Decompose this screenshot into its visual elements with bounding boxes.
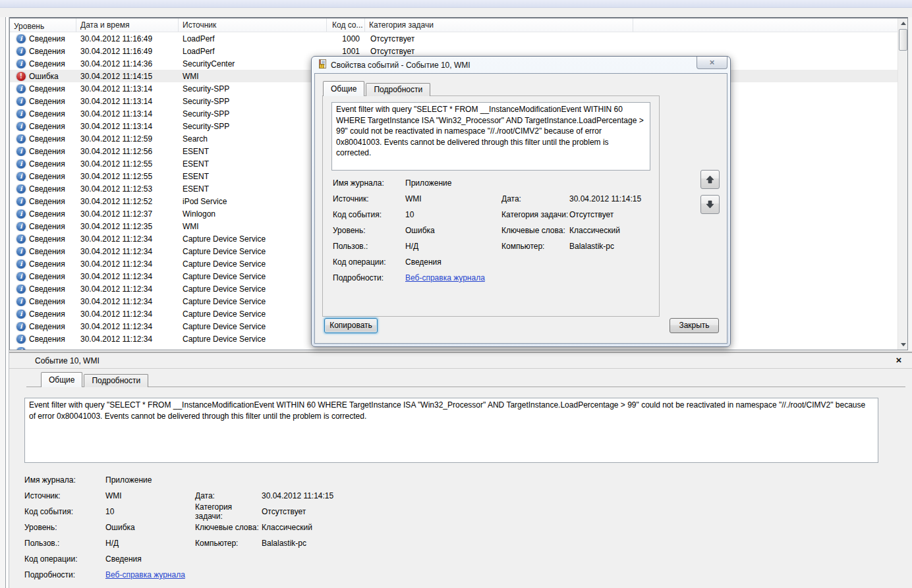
keywords-value: Классический <box>569 226 654 235</box>
level-icon: i <box>16 247 26 256</box>
vertical-scrollbar[interactable] <box>898 18 907 350</box>
next-event-button[interactable] <box>700 195 720 214</box>
level-icon: i <box>16 34 26 43</box>
tab-general[interactable]: Общие <box>323 81 364 96</box>
task-category-value: Отсутствует <box>262 507 882 516</box>
dialog-titlebar[interactable]: ! Свойства событий - Событие 10, WMI <box>312 57 730 73</box>
level-icon: i <box>16 297 26 306</box>
keywords-label: Ключевые слова: <box>501 226 569 235</box>
date-label: Дата: <box>501 194 569 203</box>
log-name-value: Приложение <box>105 475 195 485</box>
preview-tab-divider <box>26 387 905 387</box>
opcode-value: Сведения <box>105 554 195 564</box>
copy-button[interactable]: Копировать <box>324 318 378 333</box>
source-value: WMI <box>405 194 501 203</box>
scroll-up-button[interactable] <box>898 18 908 28</box>
scrollbar-thumb[interactable] <box>899 29 907 51</box>
more-info-label: Подробности: <box>333 273 405 282</box>
event-id-label: Код события: <box>24 507 105 516</box>
level-icon: i <box>16 259 26 269</box>
previous-event-button[interactable] <box>700 170 720 189</box>
event-properties-dialog: ! Свойства событий - Событие 10, WMI × О… <box>311 56 731 347</box>
level-icon: i <box>16 234 26 244</box>
level-icon: i <box>16 322 26 331</box>
user-value: Н/Д <box>405 242 501 251</box>
toolbar-strip <box>0 8 912 17</box>
column-header-datetime[interactable]: Дата и время <box>76 18 179 32</box>
log-name-label: Имя журнала: <box>333 178 405 188</box>
event-message[interactable]: Event filter with query "SELECT * FROM _… <box>24 398 878 463</box>
close-button[interactable]: Закрыть <box>670 318 719 333</box>
level-icon: i <box>16 222 26 231</box>
preview-tab-details[interactable]: Подробности <box>84 374 148 387</box>
level-icon: i <box>16 109 26 119</box>
dialog-body: Общие Подробности Event filter with quer… <box>314 73 727 344</box>
level-icon: i <box>16 197 26 206</box>
source-label: Источник: <box>24 491 105 500</box>
level-icon: i <box>16 59 26 68</box>
scroll-up-icon <box>901 22 906 25</box>
computer-label: Компьютер: <box>501 242 569 251</box>
opcode-value: Сведения <box>405 257 501 267</box>
level-icon: i <box>16 159 26 169</box>
preview-title: Событие 10, WMI <box>35 356 100 365</box>
level-icon: i <box>16 47 26 56</box>
log-name-label: Имя журнала: <box>24 475 105 485</box>
event-table-header: Уровень Дата и время Источник Код со... … <box>10 18 907 32</box>
computer-value: Balalastik-pc <box>262 539 882 548</box>
level-icon: i <box>16 347 26 351</box>
level-value: Ошибка <box>105 523 195 532</box>
preview-title-divider <box>9 368 912 369</box>
dialog-title: Свойства событий - Событие 10, WMI <box>331 61 470 70</box>
computer-value: Balalastik-pc <box>569 242 654 251</box>
window-chrome-strip <box>0 0 912 8</box>
column-header-code[interactable]: Код со... <box>327 18 365 32</box>
column-header-category[interactable]: Категория задачи <box>365 18 633 32</box>
date-label: Дата: <box>195 491 262 500</box>
event-message[interactable]: Event filter with query "SELECT * FROM _… <box>331 102 650 171</box>
level-icon: i <box>16 172 26 181</box>
user-label: Пользов.: <box>333 242 405 251</box>
user-value: Н/Д <box>105 539 195 548</box>
task-category-label: Категория задачи: <box>195 502 262 521</box>
level-icon: i <box>16 184 26 194</box>
arrow-up-icon <box>705 174 715 184</box>
level-icon: i <box>16 334 26 344</box>
event-id-value: 10 <box>405 210 501 219</box>
keywords-value: Классический <box>262 523 882 532</box>
event-log-online-help-link[interactable]: Веб-справка журнала <box>405 273 485 282</box>
opcode-label: Код операции: <box>24 554 105 564</box>
level-icon: i <box>16 284 26 294</box>
close-icon: × <box>710 57 715 67</box>
arrow-down-icon <box>705 200 715 209</box>
level-icon: i <box>16 122 26 131</box>
close-icon: × <box>896 354 902 365</box>
event-log-online-help-link[interactable]: Веб-справка журнала <box>105 570 185 579</box>
date-value: 30.04.2012 11:14:15 <box>262 491 882 500</box>
level-value: Ошибка <box>405 226 501 235</box>
dialog-close-button[interactable]: × <box>697 57 727 69</box>
dialog-tab-panel: Event filter with query "SELECT * FROM _… <box>322 95 660 317</box>
source-value: WMI <box>105 491 195 500</box>
level-label: Уровень: <box>333 226 405 235</box>
tab-details[interactable]: Подробности <box>366 83 430 96</box>
column-header-level[interactable]: Уровень <box>10 18 76 32</box>
preview-close-button[interactable]: × <box>893 354 905 366</box>
source-label: Источник: <box>333 194 405 203</box>
keywords-label: Ключевые слова: <box>195 523 262 532</box>
more-info-label: Подробности: <box>24 570 105 579</box>
level-icon: i <box>16 134 26 144</box>
svg-text:!: ! <box>321 64 322 68</box>
date-value: 30.04.2012 11:14:15 <box>569 194 654 203</box>
computer-label: Компьютер: <box>195 539 262 548</box>
preview-tab-general[interactable]: Общие <box>41 372 82 387</box>
column-header-source[interactable]: Источник <box>179 18 327 32</box>
scroll-down-button[interactable] <box>898 340 908 350</box>
event-preview-pane: Событие 10, WMI × Общие Подробности Even… <box>9 352 912 588</box>
level-icon: i <box>16 84 26 94</box>
dialog-tabs: Общие Подробности <box>323 81 432 96</box>
table-row[interactable]: iСведения 30.04.2012 11:16:49 LoadPerf 1… <box>10 32 907 45</box>
event-fields: Имя журнала: Приложение Источник: WMI Да… <box>333 175 654 286</box>
level-icon: i <box>16 97 26 106</box>
event-fields: Имя журнала: Приложение Источник: WMI Да… <box>24 472 882 583</box>
